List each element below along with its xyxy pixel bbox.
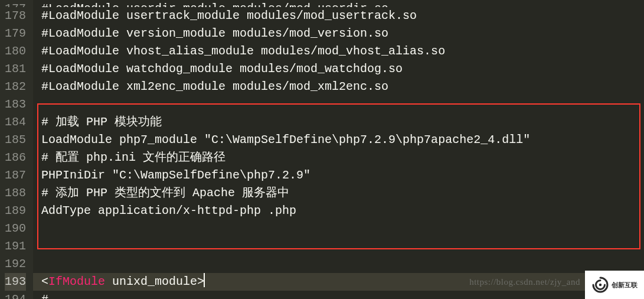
line-number: 194 — [5, 291, 26, 299]
code-line[interactable]: # — [41, 291, 644, 299]
line-number: 193 — [5, 273, 26, 291]
svg-point-0 — [599, 284, 602, 287]
code-line[interactable] — [41, 220, 644, 238]
code-line[interactable]: AddType application/x-httpd-php .php — [41, 202, 644, 220]
line-number: 185 — [5, 131, 26, 149]
code-line[interactable]: #LoadModule vhost_alias_module modules/m… — [41, 43, 644, 60]
code-line[interactable]: #LoadModule xml2enc_module modules/mod_x… — [41, 78, 644, 96]
watermark-logo: 创新互联 — [585, 271, 644, 299]
line-number: 179 — [5, 25, 26, 43]
code-line[interactable]: PHPIniDir "C:\WampSelfDefine\php7.2.9" — [41, 167, 644, 184]
line-number: 183 — [5, 96, 26, 113]
line-number: 191 — [5, 238, 26, 255]
code-line[interactable]: #LoadModule userdir_module modules/mod_u… — [41, 0, 644, 7]
logo-swirl-icon — [591, 276, 609, 294]
code-content-area[interactable]: #LoadModule userdir_module modules/mod_u… — [33, 0, 644, 299]
logo-text: 创新互联 — [612, 281, 638, 288]
line-number: 186 — [5, 149, 26, 167]
code-line[interactable]: # 配置 php.ini 文件的正确路径 — [41, 149, 644, 167]
code-line[interactable] — [41, 255, 644, 273]
watermark-url: https://blog.csdn.net/zjy_and — [469, 273, 580, 291]
text-cursor — [204, 273, 205, 287]
line-number: 184 — [5, 113, 26, 131]
code-editor[interactable]: 1771781791801811821831841851861871881891… — [0, 0, 644, 299]
line-number: 177 — [5, 0, 26, 7]
line-number: 188 — [5, 184, 26, 202]
line-number: 178 — [5, 7, 26, 25]
code-line[interactable] — [41, 238, 644, 255]
code-line[interactable]: #LoadModule watchdog_module modules/mod_… — [41, 60, 644, 78]
line-number: 181 — [5, 60, 26, 78]
line-number: 187 — [5, 167, 26, 184]
line-number: 180 — [5, 43, 26, 60]
line-number: 192 — [5, 255, 26, 273]
code-line[interactable] — [41, 96, 644, 113]
code-line[interactable]: LoadModule php7_module "C:\WampSelfDefin… — [41, 131, 644, 149]
line-number: 182 — [5, 78, 26, 96]
line-number: 190 — [5, 220, 26, 238]
code-line[interactable]: #LoadModule version_module modules/mod_v… — [41, 25, 644, 43]
line-number-gutter: 1771781791801811821831841851861871881891… — [0, 0, 33, 299]
code-line[interactable]: #LoadModule usertrack_module modules/mod… — [41, 7, 644, 25]
line-number: 189 — [5, 202, 26, 220]
code-line[interactable]: # 加载 PHP 模块功能 — [41, 113, 644, 131]
code-line[interactable]: # 添加 PHP 类型的文件到 Apache 服务器中 — [41, 184, 644, 202]
